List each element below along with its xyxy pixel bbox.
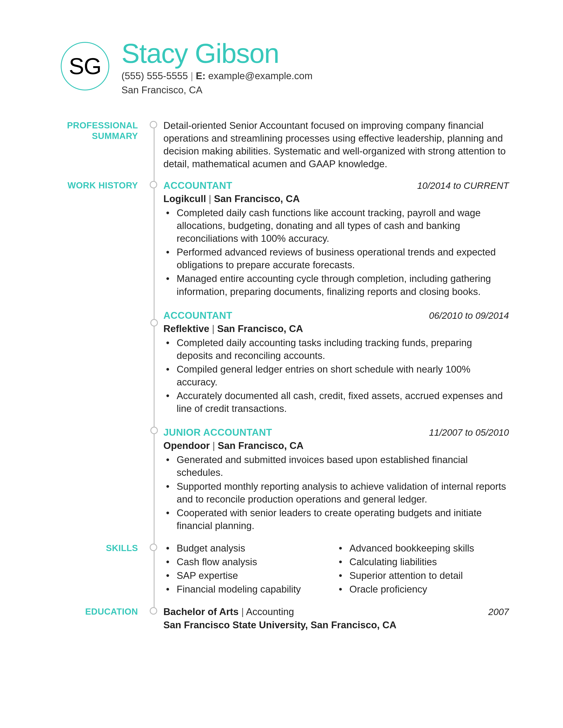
section-work-history: WORK HISTORY ACCOUNTANT 10/2014 to CURRE… xyxy=(61,179,509,533)
list-item: Managed entire accounting cycle through … xyxy=(177,272,509,298)
skills-content: Budget analysis Cash flow analysis SAP e… xyxy=(162,542,509,597)
job-dates: 06/2010 to 09/2014 xyxy=(429,310,509,322)
list-item: Compiled general ledger entries on short… xyxy=(177,363,509,388)
initials: SG xyxy=(69,53,101,79)
education-content: Bachelor of Arts | Accounting 2007 San F… xyxy=(162,605,509,631)
job-company-line: Opendoor | San Francisco, CA xyxy=(163,439,509,452)
job-bullets: Generated and submitted invoices based u… xyxy=(163,453,509,532)
header: SG Stacy Gibson (555) 555-5555 | E: exam… xyxy=(61,40,509,97)
job-dates: 10/2014 to CURRENT xyxy=(417,180,509,192)
section-education: EDUCATION Bachelor of Arts | Accounting … xyxy=(61,605,509,631)
job-company-line: Reflektive | San Francisco, CA xyxy=(163,322,509,335)
phone: (555) 555-5555 xyxy=(121,70,188,81)
job-title: ACCOUNTANT xyxy=(163,179,232,192)
section-summary: PROFESSIONAL SUMMARY Detail-oriented Sen… xyxy=(61,119,509,170)
job-title: ACCOUNTANT xyxy=(163,309,232,322)
email-label: E: xyxy=(196,70,205,81)
list-item: Oracle proficiency xyxy=(350,583,509,596)
full-name: Stacy Gibson xyxy=(121,40,509,67)
timeline-dot-icon xyxy=(150,181,157,188)
contact-line-1: (555) 555-5555 | E: example@example.com xyxy=(121,69,509,83)
timeline-dot-icon xyxy=(150,319,158,326)
education-degree-line: Bachelor of Arts | Accounting xyxy=(163,605,294,618)
list-item: Completed daily accounting tasks includi… xyxy=(177,336,509,362)
list-item: SAP expertise xyxy=(177,569,336,582)
section-label-work: WORK HISTORY xyxy=(61,179,145,191)
list-item: Advanced bookkeeping skills xyxy=(350,542,509,555)
job-dates: 11/2007 to 05/2010 xyxy=(429,426,509,439)
list-item: Superior attention to detail xyxy=(350,569,509,582)
list-item: Budget analysis xyxy=(177,542,336,555)
job-title: JUNIOR ACCOUNTANT xyxy=(163,426,272,439)
monogram-circle-icon: SG xyxy=(61,42,109,90)
section-label-summary: PROFESSIONAL SUMMARY xyxy=(61,119,145,141)
job-company-line: Logikcull | San Francisco, CA xyxy=(163,192,509,205)
list-item: Supported monthly reporting analysis to … xyxy=(177,480,509,506)
education-year: 2007 xyxy=(488,606,509,618)
job-entry: JUNIOR ACCOUNTANT 11/2007 to 05/2010 Ope… xyxy=(163,426,509,532)
email: example@example.com xyxy=(208,70,313,81)
resume-page: SG Stacy Gibson (555) 555-5555 | E: exam… xyxy=(0,0,563,728)
summary-text: Detail-oriented Senior Accountant focuse… xyxy=(162,119,509,170)
timeline-dot-icon xyxy=(150,427,158,434)
timeline-dot-icon xyxy=(150,607,157,615)
section-label-education: EDUCATION xyxy=(61,605,145,617)
education-school: San Francisco State University, San Fran… xyxy=(163,619,509,631)
list-item: Financial modeling capability xyxy=(177,583,336,596)
work-history-content: ACCOUNTANT 10/2014 to CURRENT Logikcull … xyxy=(162,179,509,533)
list-item: Performed advanced reviews of business o… xyxy=(177,246,509,271)
list-item: Cash flow analysis xyxy=(177,555,336,568)
list-item: Cooperated with senior leaders to create… xyxy=(177,507,509,532)
identity-block: Stacy Gibson (555) 555-5555 | E: example… xyxy=(121,40,509,97)
timeline-dot-icon xyxy=(150,121,157,128)
job-bullets: Completed daily cash functions like acco… xyxy=(163,206,509,298)
job-entry: ACCOUNTANT 06/2010 to 09/2014 Reflektive… xyxy=(163,309,509,415)
list-item: Calculating liabilities xyxy=(350,555,509,568)
section-label-skills: SKILLS xyxy=(61,542,145,553)
list-item: Accurately documented all cash, credit, … xyxy=(177,389,509,415)
section-skills: SKILLS Budget analysis Cash flow analysi… xyxy=(61,542,509,597)
job-bullets: Completed daily accounting tasks includi… xyxy=(163,336,509,415)
contact-location: San Francisco, CA xyxy=(121,83,509,97)
timeline-dot-icon xyxy=(150,544,157,551)
job-entry: ACCOUNTANT 10/2014 to CURRENT Logikcull … xyxy=(163,179,509,298)
list-item: Generated and submitted invoices based u… xyxy=(177,453,509,479)
list-item: Completed daily cash functions like acco… xyxy=(177,206,509,245)
